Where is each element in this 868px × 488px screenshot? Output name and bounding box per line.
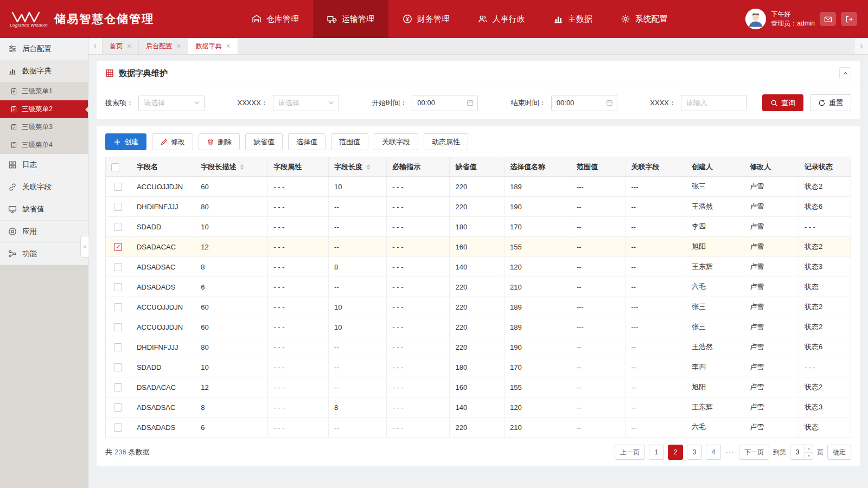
sidebar-item-related-fields[interactable]: 关联字段: [0, 176, 88, 198]
table-row[interactable]: SDADD10- - ---- - -180170----李四卢雪- - -: [106, 357, 851, 377]
tab-label: 首页: [110, 42, 123, 51]
sidebar-item-data-dictionary[interactable]: 数据字典: [0, 60, 88, 82]
next-page-button[interactable]: 下一页: [739, 445, 769, 460]
nav-item-warehouse[interactable]: 仓库管理: [238, 0, 313, 38]
tabs-scroll-right-button[interactable]: [854, 38, 868, 54]
sidebar-subitem-level3-menu-2[interactable]: 三级菜单2: [0, 100, 88, 118]
end-time-value[interactable]: [557, 99, 604, 107]
tab-home[interactable]: 首页×: [103, 38, 139, 54]
xxxxx-select[interactable]: [273, 95, 339, 111]
spin-up-icon[interactable]: ▲: [805, 445, 813, 453]
row-checkbox[interactable]: [114, 363, 122, 371]
nav-item-finance[interactable]: 财务管理: [388, 0, 464, 38]
sidebar-subitem-level3-menu-1[interactable]: 三级菜单1: [0, 82, 88, 100]
select-all-header-cell: [106, 157, 131, 177]
sidebar-item-logs[interactable]: 日志: [0, 154, 88, 176]
row-checkbox[interactable]: [114, 223, 122, 231]
sort-icon[interactable]: [240, 164, 244, 170]
tab-backend-config[interactable]: 后台配置×: [139, 38, 188, 54]
row-checkbox[interactable]: [114, 383, 122, 391]
sidebar-item-backend-config[interactable]: 后台配置: [0, 38, 88, 60]
edit-button[interactable]: 修改: [152, 133, 193, 150]
tab-close-icon[interactable]: ×: [127, 42, 131, 50]
row-checkbox[interactable]: [114, 203, 122, 211]
row-checkbox[interactable]: [114, 303, 122, 311]
xxxx-value[interactable]: [686, 99, 733, 107]
spin-down-icon[interactable]: ▼: [805, 453, 813, 460]
table-row[interactable]: DSADACAC12- - ---- - -160155----旭阳卢雪状态2: [106, 237, 851, 257]
delete-button[interactable]: 删除: [199, 133, 240, 150]
confirm-page-button[interactable]: 确定: [827, 445, 851, 460]
table-row[interactable]: ACCUOJJDJN60- - -10- - -220189------张三卢雪…: [106, 297, 851, 317]
page-button-2[interactable]: 2: [668, 445, 683, 460]
search-button[interactable]: 查询: [762, 94, 803, 111]
page-button-1[interactable]: 1: [649, 445, 664, 460]
bar-chart-icon: [8, 67, 17, 75]
row-checkbox[interactable]: [114, 283, 122, 291]
xxxx-input[interactable]: [681, 95, 747, 111]
table-row[interactable]: ADSADADS6- - ---- - -220210----六毛卢雪状态: [106, 277, 851, 297]
column-header[interactable]: 字段长描述: [195, 157, 268, 177]
logout-button[interactable]: [841, 12, 857, 26]
table-row[interactable]: DHDIFNFJJJ80- - ---- - -220190----王浩然卢雪状…: [106, 337, 851, 357]
table-row[interactable]: ACCUOJJDJN60- - -10- - -220189------张三卢雪…: [106, 317, 851, 337]
table-row[interactable]: DHDIFNFJJJ80- - ---- - -220190----王浩然卢雪状…: [106, 197, 851, 217]
related-field-button[interactable]: 关联字段: [374, 133, 418, 150]
page-button-4[interactable]: 4: [706, 445, 721, 460]
column-header[interactable]: 字段长度: [329, 157, 387, 177]
row-checkbox[interactable]: [114, 183, 122, 191]
table-cell: --: [626, 257, 686, 277]
table-row[interactable]: ADSADSAC8- - -8- - -140120----王东辉卢雪状态3: [106, 257, 851, 277]
sidebar-item-applications[interactable]: 应用: [0, 221, 88, 243]
sidebar-subitem-level3-menu-3[interactable]: 三级菜单3: [0, 118, 88, 136]
start-time-value[interactable]: [417, 99, 464, 107]
tabs-scroll-left-button[interactable]: [88, 38, 103, 54]
jump-page-input[interactable]: ▲▼: [790, 445, 813, 460]
search-item-value[interactable]: [144, 99, 191, 107]
column-header: 创建人: [686, 157, 744, 177]
row-checkbox[interactable]: [114, 423, 122, 432]
reset-button[interactable]: 重置: [810, 94, 851, 111]
range-value-button[interactable]: 范围值: [331, 133, 368, 150]
prev-page-button[interactable]: 上一页: [615, 445, 645, 460]
row-checkbox[interactable]: [114, 403, 122, 412]
default-value-button[interactable]: 缺省值: [245, 133, 283, 150]
nav-item-system-config[interactable]: 系统配置: [607, 0, 682, 38]
mail-button[interactable]: [820, 12, 836, 26]
tab-data-dictionary[interactable]: 数据字典×: [188, 38, 238, 54]
chevron-down-icon: [193, 99, 200, 106]
nav-item-transport[interactable]: 运输管理: [313, 0, 388, 38]
row-checkbox[interactable]: [114, 263, 122, 271]
panel-collapse-button[interactable]: [839, 67, 851, 79]
avatar[interactable]: [745, 9, 766, 29]
table-row[interactable]: ADSADADS6- - ---- - -220210----六毛卢雪状态: [106, 418, 851, 438]
dynamic-attribute-button[interactable]: 动态属性: [424, 133, 468, 150]
row-checkbox[interactable]: [114, 343, 122, 351]
table-cell: ADSADADS: [131, 418, 195, 438]
nav-item-hr-admin[interactable]: 人事行政: [464, 0, 539, 38]
table-row[interactable]: ADSADSAC8- - -8- - -140120----王东辉卢雪状态3: [106, 397, 851, 418]
table-row[interactable]: DSADACAC12- - ---- - -160155----旭阳卢雪状态2: [106, 377, 851, 397]
sidebar-item-default-values[interactable]: 缺省值: [0, 198, 88, 221]
table-row[interactable]: SDADD10- - ---- - -180170----李四卢雪- - -: [106, 217, 851, 237]
create-button[interactable]: 创建: [105, 133, 146, 150]
row-checkbox[interactable]: [114, 243, 122, 251]
table-row[interactable]: ACCUOJJDJN60- - -10- - -220189------张三卢雪…: [106, 177, 851, 197]
select-all-checkbox[interactable]: [111, 163, 119, 171]
nav-item-master-data[interactable]: 主数据: [539, 0, 607, 38]
select-value-button[interactable]: 选择值: [288, 133, 326, 150]
sidebar-item-functions[interactable]: 功能: [0, 243, 88, 265]
search-item-select[interactable]: [138, 95, 205, 111]
row-checkbox[interactable]: [114, 323, 122, 331]
start-time-input[interactable]: [412, 95, 478, 111]
tab-close-icon[interactable]: ×: [226, 42, 230, 50]
end-time-input[interactable]: [551, 95, 617, 111]
page-button-3[interactable]: 3: [687, 445, 702, 460]
sidebar-subitem-level3-menu-4[interactable]: 三级菜单4: [0, 136, 88, 154]
sort-icon[interactable]: [366, 164, 371, 170]
jump-page-field[interactable]: [790, 445, 805, 459]
more-pages-button[interactable]: ···: [725, 448, 735, 456]
tab-close-icon[interactable]: ×: [176, 42, 181, 50]
sidebar-collapse-handle[interactable]: [80, 236, 88, 258]
xxxxx-value[interactable]: [278, 99, 326, 107]
